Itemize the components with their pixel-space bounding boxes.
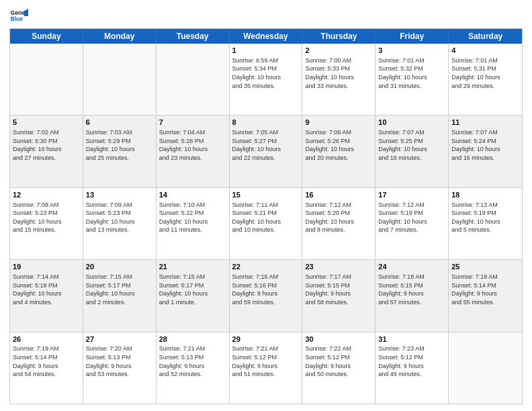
cell-line: Sunset: 5:31 PM (451, 64, 519, 73)
cell-line: Sunset: 5:17 PM (159, 281, 226, 290)
cell-line: Daylight: 10 hours (159, 145, 226, 154)
day-number: 10 (378, 118, 445, 128)
day-number: 28 (159, 334, 226, 345)
cell-line: Sunset: 5:13 PM (86, 353, 153, 362)
day-number: 18 (451, 190, 519, 200)
cell-line: Sunset: 5:14 PM (451, 281, 519, 290)
cell-line: Sunrise: 7:18 AM (378, 273, 445, 281)
day-number: 24 (378, 262, 445, 272)
cell-line: Daylight: 10 hours (13, 145, 80, 154)
cell-line: Sunrise: 7:03 AM (86, 128, 153, 137)
day-cell: 17Sunrise: 7:12 AMSunset: 5:19 PMDayligh… (375, 188, 449, 259)
cell-line: Daylight: 9 hours (13, 362, 80, 371)
cell-line: Daylight: 10 hours (232, 218, 300, 226)
cell-line: Daylight: 10 hours (378, 145, 445, 154)
cell-line: Sunrise: 7:07 AM (451, 128, 519, 137)
cell-line: Sunrise: 7:21 AM (232, 345, 300, 353)
cell-line: Daylight: 10 hours (305, 145, 372, 154)
cell-line: Sunrise: 7:02 AM (13, 128, 80, 137)
week-row-3: 19Sunrise: 7:14 AMSunset: 5:18 PMDayligh… (10, 260, 522, 332)
day-cell: 12Sunrise: 7:08 AMSunset: 5:23 PMDayligh… (10, 188, 83, 259)
cell-line: Sunrise: 7:13 AM (451, 201, 519, 210)
cell-line: and 18 minutes. (378, 154, 445, 163)
day-cell: 25Sunrise: 7:18 AMSunset: 5:14 PMDayligh… (449, 260, 522, 331)
day-cell: 11Sunrise: 7:07 AMSunset: 5:24 PMDayligh… (449, 116, 522, 187)
cell-line: Sunrise: 7:22 AM (305, 345, 372, 353)
day-header-wednesday: Wednesday (230, 29, 303, 44)
cell-line: Daylight: 10 hours (378, 73, 445, 82)
cell-line: Daylight: 10 hours (13, 289, 80, 298)
day-cell: 15Sunrise: 7:11 AMSunset: 5:21 PMDayligh… (230, 188, 303, 259)
day-number: 19 (13, 262, 80, 272)
cell-line: Sunset: 5:16 PM (232, 281, 300, 290)
day-cell: 18Sunrise: 7:13 AMSunset: 5:19 PMDayligh… (449, 188, 522, 259)
day-cell: 3Sunrise: 7:01 AMSunset: 5:32 PMDaylight… (375, 44, 449, 115)
cell-line: Sunrise: 7:10 AM (159, 201, 226, 210)
cell-line: Sunrise: 7:16 AM (232, 273, 300, 281)
logo-icon: General Blue (9, 7, 28, 26)
day-cell: 22Sunrise: 7:16 AMSunset: 5:16 PMDayligh… (230, 260, 303, 331)
cell-line: Sunset: 5:12 PM (232, 353, 300, 362)
week-row-0: 1Sunrise: 6:59 AMSunset: 5:34 PMDaylight… (10, 44, 522, 116)
day-number: 12 (13, 190, 80, 200)
cell-line: Sunrise: 7:00 AM (305, 56, 372, 65)
cell-line: Daylight: 9 hours (378, 289, 445, 298)
cell-line: and 4 minutes. (13, 298, 80, 307)
cell-line: Daylight: 9 hours (232, 362, 300, 371)
cell-line: and 1 minute. (159, 298, 226, 307)
day-number: 23 (305, 262, 372, 272)
cell-line: Sunrise: 7:05 AM (232, 128, 300, 137)
cell-line: Sunset: 5:12 PM (378, 353, 445, 362)
cell-line: and 35 minutes. (232, 82, 300, 91)
day-header-friday: Friday (375, 29, 449, 44)
day-cell: 16Sunrise: 7:12 AMSunset: 5:20 PMDayligh… (302, 188, 375, 259)
cell-line: Sunset: 5:29 PM (86, 137, 153, 146)
cell-line: Sunset: 5:13 PM (159, 353, 226, 362)
cell-line: Daylight: 10 hours (159, 218, 226, 226)
day-header-thursday: Thursday (302, 29, 375, 44)
cell-line: Sunset: 5:21 PM (232, 209, 300, 218)
day-number: 1 (232, 46, 300, 56)
cell-line: and 59 minutes. (232, 298, 300, 307)
week-row-4: 26Sunrise: 7:19 AMSunset: 5:14 PMDayligh… (10, 332, 522, 404)
cell-line: Daylight: 10 hours (159, 289, 226, 298)
cell-line: Sunset: 5:18 PM (13, 281, 80, 290)
cell-line: Sunset: 5:14 PM (13, 353, 80, 362)
cell-line: Sunrise: 6:59 AM (232, 56, 300, 65)
day-number: 26 (13, 334, 80, 345)
cell-line: Daylight: 10 hours (13, 218, 80, 226)
day-cell: 9Sunrise: 7:06 AMSunset: 5:26 PMDaylight… (302, 116, 375, 187)
day-number: 13 (86, 190, 153, 200)
cell-line: and 50 minutes. (305, 370, 372, 379)
day-cell (449, 332, 522, 404)
cell-line: Sunset: 5:19 PM (451, 209, 519, 218)
cell-line: Sunrise: 7:06 AM (305, 128, 372, 137)
cell-line: and 27 minutes. (13, 154, 80, 163)
day-cell: 29Sunrise: 7:21 AMSunset: 5:12 PMDayligh… (230, 332, 303, 404)
page: General Blue SundayMondayTuesdayWednesda… (0, 0, 532, 411)
cell-line: Sunset: 5:25 PM (378, 137, 445, 146)
svg-text:Blue: Blue (11, 15, 24, 22)
cell-line: Sunset: 5:24 PM (451, 137, 519, 146)
header: General Blue (9, 7, 523, 26)
day-cell: 21Sunrise: 7:15 AMSunset: 5:17 PMDayligh… (157, 260, 230, 331)
cell-line: Daylight: 10 hours (86, 218, 153, 226)
day-number: 31 (378, 334, 445, 345)
week-row-1: 5Sunrise: 7:02 AMSunset: 5:30 PMDaylight… (10, 116, 522, 187)
cell-line: Sunset: 5:15 PM (378, 281, 445, 290)
day-cell: 5Sunrise: 7:02 AMSunset: 5:30 PMDaylight… (10, 116, 83, 187)
cell-line: and 15 minutes. (13, 226, 80, 234)
cell-line: and 11 minutes. (159, 226, 226, 234)
day-cell: 8Sunrise: 7:05 AMSunset: 5:27 PMDaylight… (230, 116, 303, 187)
calendar: SundayMondayTuesdayWednesdayThursdayFrid… (9, 28, 523, 404)
cell-line: and 57 minutes. (378, 298, 445, 307)
cell-line: and 20 minutes. (305, 154, 372, 163)
cell-line: and 55 minutes. (451, 298, 519, 307)
cell-line: Daylight: 10 hours (232, 145, 300, 154)
cell-line: and 54 minutes. (13, 370, 80, 379)
cell-line: Sunrise: 7:01 AM (451, 56, 519, 65)
cell-line: and 53 minutes. (86, 370, 153, 379)
day-cell: 31Sunrise: 7:23 AMSunset: 5:12 PMDayligh… (375, 332, 449, 404)
cell-line: Sunset: 5:12 PM (305, 353, 372, 362)
day-number: 8 (232, 118, 300, 128)
